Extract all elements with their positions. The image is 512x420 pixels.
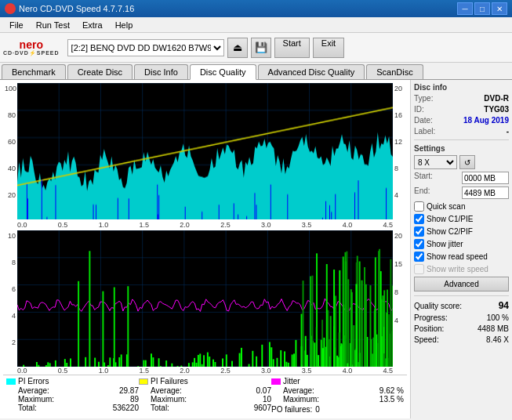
nero-logo-text: nero — [20, 39, 43, 50]
refresh-icon-button[interactable]: ↺ — [459, 155, 475, 169]
right-panel: Disc info Type: DVD-R ID: TYG03 Date: 18… — [410, 80, 512, 418]
po-failures-val: 0 — [315, 405, 320, 414]
drive-select[interactable]: [2:2] BENQ DVD DD DW1620 B7W9 — [67, 39, 224, 56]
top-chart — [17, 83, 393, 219]
jitter-color — [271, 378, 281, 385]
show-read-speed-row: Show read speed — [414, 252, 509, 262]
tab-benchmark[interactable]: Benchmark — [2, 64, 66, 79]
disc-id-row: ID: TYG03 — [414, 105, 509, 114]
pi-failures-avg-label: Average: — [151, 386, 182, 395]
menu-run-test[interactable]: Run Test — [30, 19, 76, 31]
position-val: 4488 MB — [478, 324, 509, 333]
settings-title: Settings — [414, 144, 509, 153]
pi-failures-total-label: Total: — [151, 404, 169, 412]
legend-jitter: Jitter Average: 9.62 % Maximum: 13.5 % P… — [271, 377, 404, 414]
quick-scan-row: Quick scan — [414, 201, 509, 212]
disc-label-label: Label: — [414, 127, 435, 136]
tab-advanced-disc-quality[interactable]: Advanced Disc Quality — [258, 64, 365, 79]
save-icon-button[interactable]: 💾 — [251, 38, 271, 58]
show-write-speed-checkbox[interactable] — [414, 264, 424, 274]
pi-errors-total-row: Total: 536220 — [6, 404, 139, 412]
top-chart-x-axis: 0.00.51.01.52.0 2.53.03.54.04.5 — [3, 221, 407, 229]
position-label: Position: — [414, 324, 444, 333]
pi-errors-color — [6, 378, 16, 385]
pi-failures-label: PI Failures — [151, 377, 188, 386]
po-failures-row: PO failures: 0 — [271, 405, 404, 414]
pi-errors-total-val: 536220 — [113, 404, 139, 412]
main-content: 100 80 60 40 20 20 16 12 8 4 0.00.51.01.… — [0, 80, 512, 418]
speed-row-2: Speed: 8.46 X — [414, 335, 509, 344]
pi-failures-total-val: 9607 — [254, 404, 271, 412]
show-read-speed-checkbox[interactable] — [414, 252, 424, 262]
speed-val: 8.46 X — [486, 335, 509, 344]
tab-create-disc[interactable]: Create Disc — [67, 64, 133, 79]
pi-errors-max-row: Maximum: 89 — [6, 395, 139, 404]
disc-type-row: Type: DVD-R — [414, 94, 509, 103]
tabs: Benchmark Create Disc Disc Info Disc Qua… — [0, 63, 512, 80]
pi-errors-label: PI Errors — [18, 377, 49, 386]
disc-date-val: 18 Aug 2019 — [463, 116, 509, 125]
end-mb-label: End: — [414, 186, 430, 199]
disc-type-label: Type: — [414, 94, 433, 103]
jitter-avg-label: Average: — [283, 386, 314, 395]
menu-extra[interactable]: Extra — [76, 19, 109, 31]
nero-logo: nero CD·DVD⚡SPEED — [3, 39, 60, 56]
menu-bar: File Run Test Extra Help — [0, 17, 512, 33]
quick-scan-label: Quick scan — [427, 202, 465, 211]
bottom-chart-wrapper: 10 8 6 4 2 20 15 8 4 — [3, 230, 407, 367]
close-button[interactable]: ✕ — [492, 2, 507, 15]
quality-score-row: Quality score: 94 — [414, 300, 509, 311]
show-c2-pif-checkbox[interactable] — [414, 226, 424, 237]
divider-2 — [414, 295, 509, 296]
pi-failures-avg-val: 0.07 — [256, 386, 271, 395]
pi-errors-max-label: Maximum: — [18, 395, 54, 404]
pi-errors-avg-val: 29.87 — [119, 386, 139, 395]
show-read-speed-label: Show read speed — [427, 252, 488, 261]
bottom-chart-y-left: 10 8 6 4 2 — [3, 230, 17, 367]
bottom-chart-y-right: 20 15 8 4 — [393, 230, 407, 367]
tab-disc-quality[interactable]: Disc Quality — [190, 64, 256, 80]
show-jitter-label: Show jitter — [427, 240, 463, 248]
end-mb-input[interactable] — [462, 186, 509, 199]
disc-id-val: TYG03 — [484, 105, 509, 114]
maximize-button[interactable]: □ — [474, 2, 490, 15]
menu-help[interactable]: Help — [109, 19, 140, 31]
title-bar-controls[interactable]: ─ □ ✕ — [457, 2, 507, 15]
disc-info-title: Disc info — [414, 83, 509, 92]
bottom-chart — [17, 230, 393, 367]
start-button[interactable]: Start — [274, 38, 310, 58]
exit-button[interactable]: Exit — [313, 38, 344, 58]
show-jitter-row: Show jitter — [414, 239, 509, 249]
quality-score-label: Quality score: — [414, 302, 462, 310]
progress-label: Progress: — [414, 313, 448, 322]
quick-scan-checkbox[interactable] — [414, 201, 424, 212]
tab-disc-info[interactable]: Disc Info — [134, 64, 188, 79]
show-c1-pie-checkbox[interactable] — [414, 214, 424, 224]
bottom-chart-x-axis: 0.00.51.01.52.0 2.53.03.54.04.5 — [3, 367, 407, 375]
top-chart-y-left: 100 80 60 40 20 — [3, 83, 17, 219]
show-c2-pif-label: Show C2/PIF — [427, 227, 473, 236]
progress-row: Progress: 100 % — [414, 313, 509, 322]
minimize-button[interactable]: ─ — [457, 2, 473, 15]
pi-errors-total-label: Total: — [18, 404, 37, 412]
jitter-avg-val: 9.62 % — [379, 386, 404, 395]
advanced-button[interactable]: Advanced — [414, 277, 509, 291]
tab-scan-disc[interactable]: ScanDisc — [366, 64, 423, 79]
jitter-max-val: 13.5 % — [379, 395, 404, 404]
show-jitter-checkbox[interactable] — [414, 239, 424, 249]
menu-file[interactable]: File — [3, 19, 30, 31]
eject-icon-button[interactable]: ⏏ — [227, 38, 248, 58]
top-chart-y-right: 20 16 12 8 4 — [393, 83, 407, 219]
disc-label-row: Label: - — [414, 127, 509, 136]
pi-failures-average-row: Average: 0.07 — [139, 386, 271, 395]
disc-date-row: Date: 18 Aug 2019 — [414, 116, 509, 125]
po-failures-label: PO failures: — [271, 405, 312, 414]
start-mb-input[interactable] — [462, 172, 509, 184]
speed-select[interactable]: 8 X — [414, 155, 457, 169]
app-icon — [5, 3, 16, 14]
disc-type-val: DVD-R — [484, 94, 509, 103]
show-write-speed-label: Show write speed — [427, 265, 488, 273]
pi-failures-max-val: 10 — [263, 395, 271, 404]
pi-errors-avg-label: Average: — [18, 386, 49, 395]
position-row: Position: 4488 MB — [414, 324, 509, 333]
